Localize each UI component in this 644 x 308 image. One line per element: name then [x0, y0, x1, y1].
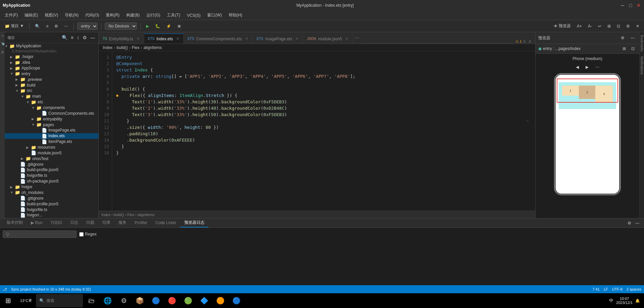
taskbar-search-btn[interactable]: 🔍 搜索 — [36, 294, 83, 307]
bottom-tab-problems[interactable]: 问题 — [82, 218, 98, 227]
sidebar-item-hvigorfile-root[interactable]: ▶ 📄 hvigorfile.ts — [5, 207, 98, 212]
bottom-settings-btn[interactable]: ⚙ — [626, 220, 633, 226]
sidebar-item-hvigor-root[interactable]: ▶ 📁 hvigor — [5, 184, 98, 190]
layout-btn[interactable]: ⊡ — [615, 23, 622, 30]
bottom-tab-run[interactable]: ▶ Run — [27, 219, 46, 227]
preview-back-btn[interactable]: ◀ — [574, 64, 581, 70]
preview-close-btn[interactable]: — — [629, 35, 637, 41]
sidebar-item-ohmodules[interactable]: ▼ 📁 oh_modules — [5, 190, 98, 195]
taskbar-app3-icon[interactable]: 🔴 — [165, 294, 180, 307]
sidebar-settings-btn[interactable]: ⚙ — [82, 34, 88, 41]
menu-run[interactable]: 运行(G) — [143, 11, 164, 19]
font-size-decrease-btn[interactable]: A- — [586, 23, 594, 30]
tab-close-image[interactable]: ✕ — [295, 37, 298, 41]
sidebar-item-ets[interactable]: ▼ 📁 ets — [5, 99, 98, 105]
sidebar-item-gitignore[interactable]: ▶ 📄 .gitignore — [5, 161, 98, 167]
bottom-tab-todo[interactable]: TODO — [46, 219, 66, 227]
menu-build[interactable]: 构建(B) — [123, 11, 143, 19]
sidebar-item-hvigorfile[interactable]: ▶ 📄 hvigorfile.ts — [5, 173, 98, 178]
left-icon-3[interactable]: ⚙ — [0, 49, 5, 55]
sidebar-item-entryability[interactable]: ▶ 📁 entryability — [5, 116, 98, 122]
taskbar-app4-icon[interactable]: 🟢 — [181, 294, 196, 307]
bottom-tab-profiler[interactable]: Profiler — [131, 219, 151, 227]
entry-layout-btn[interactable]: ⊞ — [620, 45, 628, 52]
sidebar-item-index[interactable]: ▶ 📄 Index.ets — [5, 133, 98, 139]
breadcrumb-item-build[interactable]: build() — [117, 45, 128, 50]
sidebar-item-idea[interactable]: ▶ 📁 .idea — [5, 60, 98, 65]
bottom-tab-log[interactable]: 日志 — [66, 218, 82, 227]
menu-code[interactable]: 代码(O) — [82, 11, 102, 19]
menu-view[interactable]: 视图(V) — [41, 11, 61, 19]
bottom-tab-previewlog[interactable]: 预览器日志 — [180, 218, 209, 227]
minimize-button[interactable]: ─ — [620, 3, 625, 8]
notifications-icon[interactable]: Notifications — [639, 55, 644, 76]
bottom-tab-results[interactable]: 结果 — [98, 218, 114, 227]
sidebar-item-entry[interactable]: ▼ 📁 entry — [5, 71, 98, 76]
sidebar-item-src[interactable]: ▼ 📁 src — [5, 88, 98, 94]
tab-commoncomponents[interactable]: ETS CommonComponents.ets ✕ — [184, 34, 253, 44]
bottom-minimize-btn[interactable]: — — [633, 220, 641, 226]
sidebar-item-gitignore-root[interactable]: ▶ 📄 .gitignore — [5, 195, 98, 201]
menu-edit[interactable]: 编辑(E) — [21, 11, 41, 19]
preview-settings-btn[interactable]: ⚙ — [619, 35, 627, 41]
profile-button[interactable]: ⚡ — [164, 23, 173, 30]
sidebar-item-preview[interactable]: ▶ 📁 .preview — [5, 76, 98, 82]
menu-vcs[interactable]: VCS(S) — [184, 12, 204, 19]
tab-close-entryability[interactable]: ✕ — [137, 37, 140, 41]
wrap-btn[interactable]: ↩ — [596, 23, 603, 30]
bookmarks-icon[interactable]: Bookmarks — [639, 34, 644, 53]
code-content[interactable]: @Entry @Component struct Index { private… — [112, 51, 533, 211]
code-editor[interactable]: 1 2 3 4 5 6 7 8 9 10 11 12 13 14 15 16 — [99, 51, 535, 211]
log-search-input[interactable] — [3, 230, 77, 238]
bottom-tab-services[interactable]: 服务 — [114, 218, 131, 227]
debug-button[interactable]: 🐛 — [153, 23, 162, 30]
window-controls[interactable]: ─ □ ✕ — [620, 3, 641, 8]
sidebar-item-buildprofile[interactable]: ▶ 📄 build-profile.json5 — [5, 167, 98, 173]
maximize-button[interactable]: □ — [628, 3, 633, 8]
breadcrumb-item-flex[interactable]: Flex — [132, 45, 140, 50]
tab-close-index[interactable]: ✕ — [176, 37, 179, 41]
close-preview-btn[interactable]: ✕ — [634, 23, 641, 30]
search-everywhere-button[interactable]: 🔍 — [33, 23, 42, 30]
settings-button[interactable]: ⚙ — [52, 23, 60, 30]
menu-tools[interactable]: 工具(T) — [164, 11, 183, 19]
sidebar-item-buildprofile-root[interactable]: ▶ 📄 build-profile.json5 — [5, 201, 98, 207]
sidebar-item-resources[interactable]: ▶ 📁 resources — [5, 145, 98, 150]
more-button[interactable]: ⋯ — [62, 23, 70, 30]
sidebar-collapse-btn[interactable]: ≡ — [70, 34, 74, 41]
sidebar-search-btn[interactable]: 🔍 — [61, 34, 68, 41]
project-dropdown-button[interactable]: 📁 项目 ▼ — [3, 22, 26, 30]
sidebar-item-itempage[interactable]: ▶ 📄 ItemPage.ets — [5, 139, 98, 145]
close-button[interactable]: ✕ — [636, 3, 641, 8]
tab-close-module[interactable]: ✕ — [345, 37, 348, 41]
tree-root[interactable]: ▼ 📁 MyApplication — [5, 43, 98, 49]
sidebar-item-main[interactable]: ▼ 📁 main — [5, 94, 98, 99]
regex-checkbox[interactable] — [79, 232, 84, 237]
entry-grid-btn[interactable]: ⊡ — [629, 45, 637, 52]
diff-btn[interactable]: ⊞ — [605, 23, 613, 30]
sidebar-item-hvigormore[interactable]: ▶ 📄 hvigorr... — [5, 212, 98, 218]
menu-window[interactable]: 窗口(W) — [204, 11, 225, 19]
breadcrumb-item-alignitems[interactable]: alignItems — [143, 45, 162, 50]
tabs-overflow-btn[interactable]: ⋯ — [353, 35, 361, 41]
taskbar-app7-icon[interactable]: 🔵 — [229, 294, 244, 307]
tab-modulejson[interactable]: JSON module.json5 ✕ — [303, 34, 353, 44]
sidebar-item-ohostest[interactable]: ▶ 📁 ohosTest — [5, 156, 98, 161]
sidebar-item-ohpackage[interactable]: ▶ 📄 oh-package.json5 — [5, 178, 98, 184]
sidebar-close-btn[interactable]: — — [90, 34, 96, 41]
taskbar-app2-icon[interactable]: 🔵 — [149, 294, 164, 307]
preview-forward-btn[interactable]: ▶ — [584, 64, 591, 70]
format-button[interactable]: ≡ — [44, 23, 50, 30]
taskbar-app1-icon[interactable]: 📦 — [133, 294, 147, 307]
taskbar-notification[interactable]: 🔔 — [635, 299, 640, 303]
taskbar-files-icon[interactable]: 🗁 — [84, 294, 99, 307]
tab-close-common[interactable]: ✕ — [245, 37, 248, 41]
font-size-btn[interactable]: A+ — [575, 23, 584, 30]
menu-refactor[interactable]: 重构(R) — [102, 11, 123, 19]
entry-dropdown[interactable]: entry — [77, 22, 98, 30]
menu-file[interactable]: 文件(F) — [1, 11, 21, 19]
left-icon-2[interactable]: 🔍 — [0, 40, 5, 47]
tab-imagepage[interactable]: ETS ImagePage.ets ✕ — [252, 34, 303, 44]
breadcrumb-item-index[interactable]: Index — [103, 45, 112, 50]
taskbar-browser-icon[interactable]: 🌐 — [100, 294, 115, 307]
